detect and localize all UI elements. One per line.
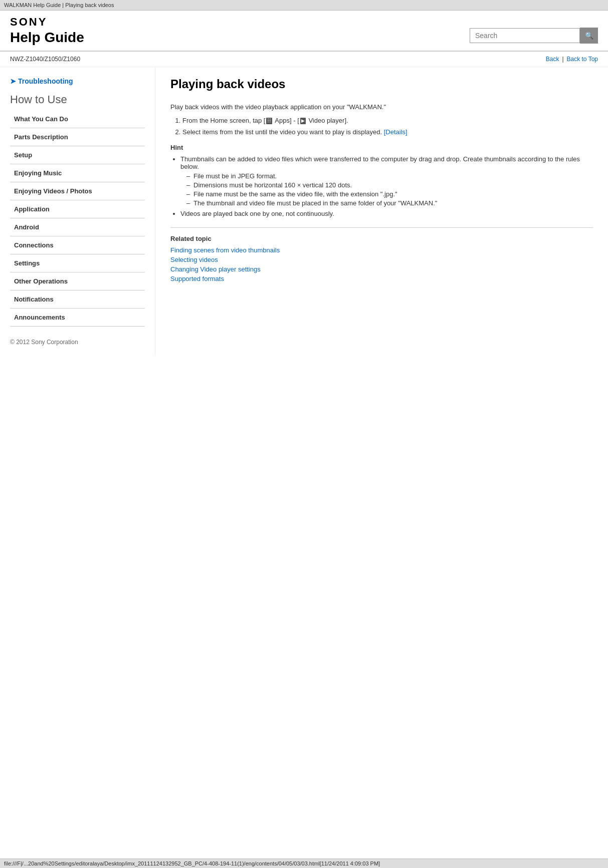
sidebar-link-enjoying-music[interactable]: Enjoying Music bbox=[10, 164, 145, 182]
hint-sub-item-3: File name must be the same as the video … bbox=[186, 190, 593, 198]
step-1: From the Home screen, tap [​☷ Apps] - [▶… bbox=[182, 117, 593, 124]
sidebar-link-notifications[interactable]: Notifications bbox=[10, 291, 145, 308]
content-intro: Play back videos with the video playback… bbox=[170, 103, 593, 111]
search-icon: 🔍 bbox=[585, 32, 593, 40]
sidebar-item-connections[interactable]: Connections bbox=[10, 236, 145, 254]
back-link[interactable]: Back bbox=[546, 56, 559, 63]
related-link-item-2[interactable]: Selecting videos bbox=[170, 256, 593, 263]
related-topic-label: Related topic bbox=[170, 235, 593, 242]
sidebar-footer: © 2012 Sony Corporation bbox=[10, 339, 145, 346]
sidebar-item-parts-description[interactable]: Parts Description bbox=[10, 128, 145, 146]
related-link-item-3[interactable]: Changing Video player settings bbox=[170, 265, 593, 273]
content-steps: From the Home screen, tap [​☷ Apps] - [▶… bbox=[182, 117, 593, 136]
hint-sub-item-2: Dimensions must be horizontal 160 × vert… bbox=[186, 181, 593, 189]
sidebar-link-what-you-can-do[interactable]: What You Can Do bbox=[10, 110, 145, 128]
search-input[interactable] bbox=[470, 28, 580, 43]
hint-bullet-1: Thumbnails can be added to video files w… bbox=[180, 155, 593, 207]
back-to-top-link[interactable]: Back to Top bbox=[567, 56, 598, 63]
sony-logo: SONY bbox=[10, 16, 84, 29]
sidebar-link-enjoying-videos-photos[interactable]: Enjoying Videos / Photos bbox=[10, 182, 145, 200]
nav-separator: | bbox=[562, 56, 563, 63]
related-link-1[interactable]: Finding scenes from video thumbnails bbox=[170, 246, 280, 254]
troubleshooting-label: Troubleshooting bbox=[18, 77, 73, 85]
sidebar-link-other-operations[interactable]: Other Operations bbox=[10, 272, 145, 290]
related-topic-list: Finding scenes from video thumbnails Sel… bbox=[170, 246, 593, 282]
related-topic-section: Related topic Finding scenes from video … bbox=[170, 227, 593, 282]
hint-sub-item-1: File must be in JPEG format. bbox=[186, 172, 593, 180]
sidebar-nav: What You Can Do Parts Description Setup … bbox=[10, 110, 145, 327]
sidebar-link-parts-description[interactable]: Parts Description bbox=[10, 128, 145, 146]
breadcrumb-bar: NWZ-Z1040/Z1050/Z1060 Back | Back to Top bbox=[0, 52, 608, 67]
sidebar-item-notifications[interactable]: Notifications bbox=[10, 291, 145, 309]
sidebar-item-android[interactable]: Android bbox=[10, 218, 145, 236]
hint-sub-list-1: File must be in JPEG format. Dimensions … bbox=[186, 172, 593, 207]
hint-label: Hint bbox=[170, 144, 593, 151]
sidebar-link-connections[interactable]: Connections bbox=[10, 236, 145, 254]
main-content: Playing back videos Play back videos wit… bbox=[155, 67, 608, 356]
related-link-2[interactable]: Selecting videos bbox=[170, 256, 218, 263]
chevron-right-icon: ➤ bbox=[10, 77, 16, 85]
sidebar-item-what-you-can-do[interactable]: What You Can Do bbox=[10, 110, 145, 128]
related-link-3[interactable]: Changing Video player settings bbox=[170, 265, 261, 273]
main-layout: ➤ Troubleshooting How to Use What You Ca… bbox=[0, 67, 608, 356]
sidebar-item-enjoying-music[interactable]: Enjoying Music bbox=[10, 164, 145, 182]
sidebar-link-android[interactable]: Android bbox=[10, 218, 145, 236]
how-to-use-title: How to Use bbox=[10, 93, 145, 106]
troubleshooting-link[interactable]: ➤ Troubleshooting bbox=[10, 77, 145, 85]
sidebar-link-settings[interactable]: Settings bbox=[10, 254, 145, 272]
related-link-4[interactable]: Supported formats bbox=[170, 275, 224, 282]
header-left: SONY Help Guide bbox=[10, 16, 84, 46]
search-button[interactable]: 🔍 bbox=[580, 28, 598, 44]
sidebar: ➤ Troubleshooting How to Use What You Ca… bbox=[0, 67, 155, 356]
related-link-item-1[interactable]: Finding scenes from video thumbnails bbox=[170, 246, 593, 254]
hint-section: Hint Thumbnails can be added to video fi… bbox=[170, 144, 593, 217]
search-container: 🔍 bbox=[470, 28, 598, 44]
sidebar-item-setup[interactable]: Setup bbox=[10, 146, 145, 164]
sidebar-item-announcements[interactable]: Announcements bbox=[10, 309, 145, 327]
sidebar-troubleshooting: ➤ Troubleshooting bbox=[10, 77, 145, 85]
site-header: SONY Help Guide 🔍 bbox=[0, 11, 608, 52]
sidebar-link-application[interactable]: Application bbox=[10, 200, 145, 218]
sidebar-item-other-operations[interactable]: Other Operations bbox=[10, 272, 145, 291]
step-2: Select items from the list until the vid… bbox=[182, 128, 593, 136]
breadcrumb-nav: Back | Back to Top bbox=[546, 56, 598, 63]
sidebar-item-settings[interactable]: Settings bbox=[10, 254, 145, 272]
hint-sub-item-4: The thumbnail and video file must be pla… bbox=[186, 199, 593, 207]
apps-icon: ​☷ bbox=[266, 118, 272, 124]
sidebar-item-application[interactable]: Application bbox=[10, 200, 145, 218]
sidebar-item-enjoying-videos-photos[interactable]: Enjoying Videos / Photos bbox=[10, 182, 145, 200]
copyright-text: © 2012 Sony Corporation bbox=[10, 339, 78, 346]
content-title: Playing back videos bbox=[170, 77, 593, 95]
related-link-item-4[interactable]: Supported formats bbox=[170, 275, 593, 282]
hint-bullet-2: Videos are played back one by one, not c… bbox=[180, 210, 593, 217]
browser-title-text: WALKMAN Help Guide | Playing back videos bbox=[4, 2, 114, 8]
sidebar-link-setup[interactable]: Setup bbox=[10, 146, 145, 164]
browser-title-bar: WALKMAN Help Guide | Playing back videos bbox=[0, 0, 608, 11]
hint-bullets: Thumbnails can be added to video files w… bbox=[180, 155, 593, 217]
sidebar-link-announcements[interactable]: Announcements bbox=[10, 309, 145, 326]
device-model: NWZ-Z1040/Z1050/Z1060 bbox=[10, 56, 80, 63]
video-player-icon: ▶ bbox=[300, 118, 306, 124]
details-link[interactable]: [Details] bbox=[384, 128, 408, 136]
help-guide-title: Help Guide bbox=[10, 30, 84, 46]
